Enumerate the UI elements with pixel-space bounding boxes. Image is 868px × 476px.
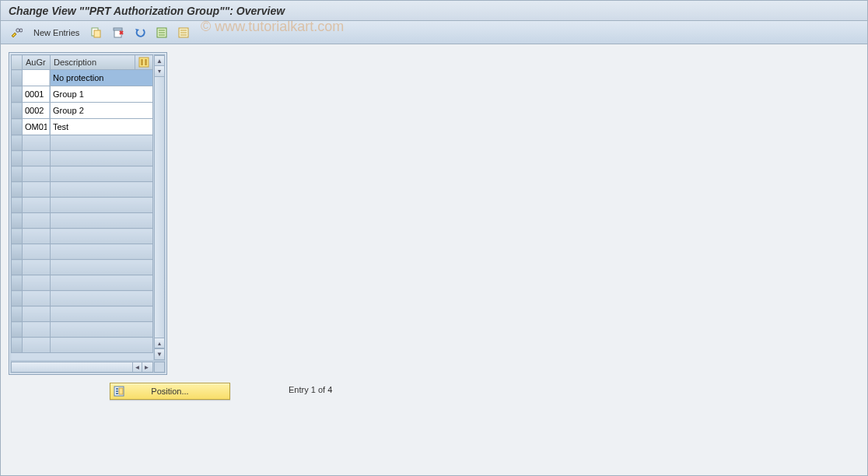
row-selector[interactable] bbox=[12, 70, 23, 86]
toggle-display-change-button[interactable] bbox=[7, 24, 26, 41]
scroll-line-down-button[interactable]: ▴ bbox=[155, 338, 164, 348]
cell-augr bbox=[23, 166, 51, 182]
row-selector[interactable] bbox=[12, 213, 23, 229]
description-input[interactable] bbox=[51, 70, 152, 86]
cell-description bbox=[51, 275, 153, 291]
cell-description bbox=[51, 198, 153, 213]
title-bar: Change View ""PRT Authorization Group"":… bbox=[1, 1, 867, 21]
svg-rect-10 bbox=[145, 59, 147, 65]
cell-augr bbox=[23, 229, 51, 244]
scroll-corner bbox=[154, 362, 165, 373]
svg-rect-15 bbox=[119, 388, 123, 394]
scroll-line-up-button[interactable]: ▾ bbox=[155, 66, 164, 77]
row-selector[interactable] bbox=[12, 86, 23, 103]
row-selector[interactable] bbox=[12, 135, 23, 151]
table-row bbox=[12, 229, 153, 244]
row-selector[interactable] bbox=[12, 275, 23, 291]
augr-input[interactable] bbox=[23, 103, 49, 118]
vertical-scrollbar[interactable]: ▲ ▾ ▴ ▼ bbox=[154, 54, 165, 360]
cell-description bbox=[51, 151, 153, 166]
cell-description bbox=[51, 70, 153, 86]
position-icon bbox=[114, 385, 126, 397]
scroll-left-button[interactable]: ◄ bbox=[132, 362, 142, 372]
cell-description bbox=[51, 103, 153, 119]
scroll-down-button[interactable]: ▼ bbox=[155, 348, 164, 359]
page-title: Change View ""PRT Authorization Group"":… bbox=[9, 5, 285, 17]
cell-augr bbox=[23, 198, 51, 213]
row-selector[interactable] bbox=[12, 306, 23, 322]
row-selector[interactable] bbox=[12, 198, 23, 213]
description-input[interactable] bbox=[51, 86, 152, 102]
description-input[interactable] bbox=[51, 103, 152, 118]
table-row bbox=[12, 182, 153, 198]
cell-description bbox=[51, 135, 153, 151]
row-selector-header[interactable] bbox=[12, 55, 23, 70]
scroll-thumb[interactable] bbox=[155, 77, 164, 338]
svg-rect-13 bbox=[116, 390, 118, 392]
cell-augr bbox=[23, 182, 51, 198]
table-row bbox=[12, 135, 153, 151]
row-selector[interactable] bbox=[12, 103, 23, 119]
cell-description bbox=[51, 322, 153, 338]
cell-augr bbox=[23, 103, 51, 119]
position-label: Position... bbox=[151, 387, 188, 396]
description-input[interactable] bbox=[51, 119, 152, 135]
table-row bbox=[12, 151, 153, 166]
svg-rect-9 bbox=[141, 59, 143, 65]
row-selector[interactable] bbox=[12, 322, 23, 338]
content-area: AuGr Description ▲ ▾ ▴ ▼ bbox=[1, 44, 867, 475]
column-header-augr[interactable]: AuGr bbox=[23, 55, 51, 70]
cell-augr bbox=[23, 135, 51, 151]
svg-rect-5 bbox=[114, 28, 122, 30]
svg-rect-12 bbox=[116, 388, 118, 390]
select-all-button[interactable] bbox=[152, 24, 171, 41]
augr-input[interactable] bbox=[23, 119, 49, 135]
cell-augr bbox=[23, 306, 51, 322]
row-selector[interactable] bbox=[12, 338, 23, 353]
copy-as-button[interactable] bbox=[87, 24, 106, 41]
cell-description bbox=[51, 86, 153, 103]
deselect-all-button[interactable] bbox=[174, 24, 193, 41]
new-entries-label: New Entries bbox=[33, 28, 79, 37]
delete-icon bbox=[112, 26, 124, 39]
row-selector[interactable] bbox=[12, 244, 23, 260]
augr-input[interactable] bbox=[23, 70, 49, 86]
scroll-up-button[interactable]: ▲ bbox=[155, 55, 164, 66]
table-settings-icon bbox=[138, 57, 149, 68]
table-row bbox=[12, 103, 153, 119]
row-selector[interactable] bbox=[12, 260, 23, 275]
cell-augr bbox=[23, 244, 51, 260]
column-header-description[interactable]: Description bbox=[51, 55, 135, 70]
row-selector[interactable] bbox=[12, 119, 23, 135]
augr-input[interactable] bbox=[23, 86, 49, 102]
row-selector[interactable] bbox=[12, 166, 23, 182]
table-scroll-area: AuGr Description bbox=[11, 54, 153, 360]
position-button[interactable]: Position... bbox=[110, 383, 230, 400]
cell-augr bbox=[23, 213, 51, 229]
cell-description bbox=[51, 244, 153, 260]
new-entries-button[interactable]: New Entries bbox=[29, 24, 84, 41]
cell-description bbox=[51, 213, 153, 229]
table-row bbox=[12, 338, 153, 353]
table-row bbox=[12, 260, 153, 275]
svg-rect-8 bbox=[139, 58, 149, 67]
cell-description bbox=[51, 166, 153, 182]
row-selector[interactable] bbox=[12, 229, 23, 244]
undo-button[interactable] bbox=[131, 24, 149, 41]
row-selector[interactable] bbox=[12, 151, 23, 166]
row-selector[interactable] bbox=[12, 182, 23, 198]
table-settings-button[interactable] bbox=[135, 55, 153, 70]
svg-rect-14 bbox=[116, 393, 118, 394]
delete-button[interactable] bbox=[109, 24, 128, 41]
scroll-right-button[interactable]: ► bbox=[142, 362, 151, 372]
deselect-all-icon bbox=[177, 26, 190, 39]
cell-augr bbox=[23, 86, 51, 103]
table-row bbox=[12, 275, 153, 291]
cell-augr bbox=[23, 70, 51, 86]
horizontal-scrollbar[interactable]: ◄ ► bbox=[11, 362, 153, 373]
copy-icon bbox=[90, 26, 103, 39]
table-row bbox=[12, 244, 153, 260]
cell-description bbox=[51, 119, 153, 135]
table-row bbox=[12, 70, 153, 86]
row-selector[interactable] bbox=[12, 291, 23, 306]
